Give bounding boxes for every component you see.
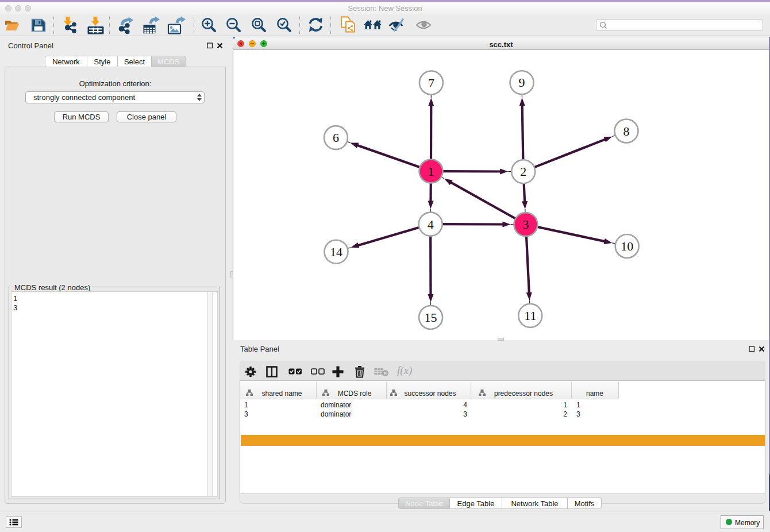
svg-text:14: 14 [330,245,342,259]
svg-text:4: 4 [428,217,434,232]
svg-text:11: 11 [524,309,536,323]
svg-text:3: 3 [523,217,529,232]
svg-text:2: 2 [520,164,526,179]
svg-text:9: 9 [519,75,525,90]
svg-text:1: 1 [428,164,434,179]
svg-text:7: 7 [428,76,434,90]
svg-text:8: 8 [623,124,630,138]
svg-text:6: 6 [333,130,339,145]
svg-text:15: 15 [425,310,437,325]
svg-text:10: 10 [621,239,633,253]
